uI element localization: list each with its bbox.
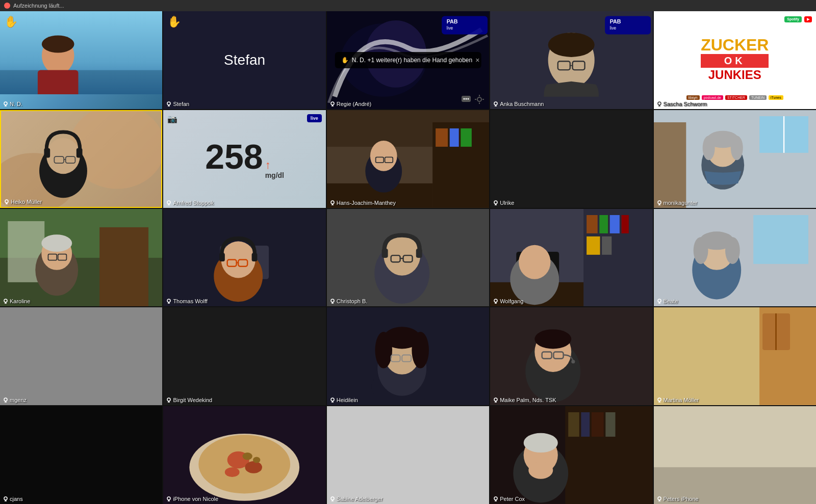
- ok-text: OK: [724, 55, 746, 66]
- svg-rect-105: [252, 253, 258, 261]
- mic-icon-stefan: [166, 101, 171, 107]
- svg-point-30: [548, 33, 595, 57]
- svg-point-82: [658, 201, 661, 204]
- label-peter: Peter Cox: [493, 496, 525, 502]
- svg-point-215: [658, 497, 661, 500]
- title-bar: Aufzeichnung läuft...: [0, 0, 816, 11]
- svg-point-44: [46, 138, 80, 174]
- label-sabine: Sabine Adelberger: [330, 496, 383, 502]
- mic-icon-anka: [493, 101, 498, 107]
- close-dot[interactable]: [4, 3, 10, 9]
- svg-rect-1: [0, 70, 162, 94]
- cell-karoline: Karoline: [0, 209, 162, 307]
- junkies-text: JUNKIES: [701, 69, 769, 81]
- notification-text: N. D. +1 weitere(r) haben die Hand gehob…: [352, 57, 472, 64]
- glucose-arrow: ↑: [265, 158, 271, 172]
- svg-rect-201: [568, 412, 579, 437]
- svg-point-5: [4, 102, 7, 105]
- mic-icon-heidilein: [330, 397, 335, 403]
- svg-point-132: [519, 245, 550, 279]
- svg-rect-87: [99, 227, 148, 307]
- mic-icon-wolfgang: [493, 299, 498, 304]
- cell-thomas: Thomas Wolff: [163, 209, 325, 307]
- label-hans: Hans-Joachim-Manthey: [330, 200, 396, 206]
- label-anka: Anka Buschmann: [493, 101, 544, 107]
- gear-icon[interactable]: [474, 94, 485, 105]
- label-ulrike: Ulrike: [493, 200, 514, 206]
- svg-rect-127: [586, 236, 600, 255]
- label-arnfred: Arnfred Stoppok: [166, 200, 214, 206]
- cell-stefan: ✋ Stefan Stefan: [163, 11, 325, 109]
- mic-icon-heiko: [4, 199, 9, 204]
- cell-anka: PAB live Anka Buschmann: [490, 11, 652, 109]
- svg-text:live: live: [447, 25, 453, 31]
- svg-point-80: [702, 136, 715, 160]
- mic-icon-beate: [657, 299, 662, 304]
- mic-icon-peters-iphone: [657, 496, 662, 501]
- svg-point-20: [468, 98, 469, 99]
- svg-point-8: [167, 102, 170, 105]
- libsyn-badge: libsyn: [686, 95, 700, 100]
- cell-christoph: Christoph B.: [327, 209, 489, 307]
- svg-point-207: [524, 433, 558, 453]
- mic-icon-arnfred: [166, 200, 171, 205]
- svg-point-143: [658, 299, 661, 302]
- itunes-badge: iTunes: [769, 95, 783, 100]
- cell-cjans: cjans: [0, 406, 162, 504]
- svg-rect-61: [461, 128, 472, 147]
- zucker-text: ZUCKER: [701, 37, 769, 53]
- svg-point-179: [658, 398, 661, 401]
- svg-point-141: [693, 237, 708, 264]
- mic-icon-iphone-nicole: [166, 496, 171, 501]
- svg-point-106: [167, 299, 170, 302]
- cell-sascha: Spotify ▶ ZUCKER OK JUNKIES libsyn podca…: [654, 11, 816, 109]
- notification-close-button[interactable]: ×: [475, 56, 479, 64]
- svg-point-50: [5, 200, 8, 203]
- cell-hans: Hans-Joachim-Manthey: [327, 110, 489, 208]
- title-text: Aufzeichnung läuft...: [13, 3, 64, 9]
- cell-birgit: Birgit Wedekind: [163, 307, 325, 405]
- cell-regie: PAB live ✋ N. D. +1 weit: [327, 11, 489, 109]
- spotify-badge: Spotify: [784, 16, 802, 22]
- podcastde-badge: podcast.de: [702, 95, 723, 100]
- svg-point-167: [534, 330, 571, 349]
- label-thomas: Thomas Wolff: [166, 298, 207, 304]
- svg-rect-59: [436, 128, 448, 147]
- svg-point-209: [494, 497, 497, 500]
- cell-heidilein: Heidilein: [327, 307, 489, 405]
- mic-icon-sascha: [657, 101, 662, 107]
- label-martina: Martina Möller: [657, 397, 699, 403]
- svg-rect-125: [610, 215, 620, 233]
- label-heiko: Heiko Müller: [4, 199, 42, 205]
- chat-icon[interactable]: [461, 94, 472, 105]
- label-wolfgang: Wolfgang: [493, 298, 523, 304]
- svg-point-21: [477, 97, 481, 101]
- svg-point-146: [4, 398, 7, 401]
- svg-rect-202: [581, 412, 590, 437]
- svg-point-158: [412, 332, 429, 368]
- cell-monika: monikagunter: [654, 110, 816, 208]
- svg-point-208: [528, 462, 553, 479]
- mic-icon-sabine: [330, 496, 335, 501]
- svg-point-182: [4, 497, 7, 500]
- svg-rect-104: [219, 253, 225, 261]
- label-cjans: cjans: [3, 496, 23, 502]
- glucose-unit: mg/dl: [265, 172, 284, 179]
- svg-rect-46: [76, 148, 83, 158]
- mic-icon-martina: [657, 397, 662, 403]
- cell-ulrike: Ulrike: [490, 110, 652, 208]
- svg-point-157: [375, 332, 392, 368]
- live-badge-arnfred: live: [307, 114, 322, 122]
- svg-rect-60: [450, 128, 459, 147]
- label-birgit: Birgit Wedekind: [166, 397, 212, 403]
- notification-left: ✋ N. D. +1 weitere(r) haben die Hand geh…: [341, 57, 472, 64]
- mic-icon-christoph: [330, 299, 335, 304]
- svg-rect-124: [600, 215, 608, 233]
- mic-icon-monika: [657, 200, 662, 205]
- youtube-badge: ▶: [804, 16, 812, 22]
- svg-point-18: [464, 98, 465, 99]
- zucker-logo: ZUCKER OK JUNKIES: [701, 37, 769, 81]
- label-beate: Beate: [657, 298, 678, 304]
- svg-rect-137: [753, 215, 808, 264]
- svg-point-91: [41, 234, 72, 252]
